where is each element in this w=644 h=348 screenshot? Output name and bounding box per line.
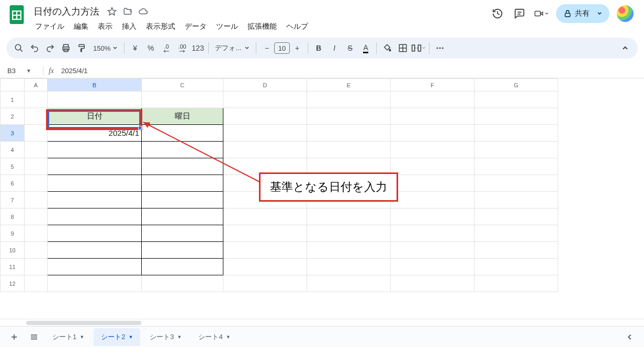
menu-file[interactable]: ファイル — [31, 20, 68, 33]
meet-icon[interactable] — [534, 6, 549, 21]
cell-G3[interactable] — [474, 125, 558, 142]
cell-D11[interactable] — [223, 259, 307, 275]
font-size-input[interactable]: 10 — [274, 42, 290, 54]
comment-icon[interactable] — [512, 6, 527, 21]
decrease-font-icon[interactable]: − — [259, 41, 274, 55]
cell-B12[interactable] — [48, 275, 142, 292]
row-header-12[interactable]: 12 — [1, 275, 25, 292]
cell-A7[interactable] — [25, 192, 48, 208]
cell-F12[interactable] — [391, 275, 474, 292]
formula-input[interactable]: 2025/4/1 — [59, 67, 644, 75]
col-header-C[interactable]: C — [142, 79, 223, 91]
star-icon[interactable] — [107, 6, 117, 17]
col-header-G[interactable]: G — [474, 79, 558, 91]
cell-D8[interactable] — [223, 208, 307, 225]
menu-view[interactable]: 表示 — [94, 20, 116, 33]
font-select[interactable]: デフォ... — [212, 43, 253, 53]
col-header-F[interactable]: F — [391, 79, 474, 91]
percent-button[interactable]: % — [143, 41, 158, 55]
row-header-3[interactable]: 3 — [1, 125, 25, 142]
sheet-tab-4[interactable]: シート4▼ — [191, 328, 238, 346]
cell-G6[interactable] — [474, 175, 558, 192]
cell-E12[interactable] — [307, 275, 391, 292]
row-header-10[interactable]: 10 — [1, 242, 25, 259]
redo-icon[interactable] — [43, 41, 58, 55]
menu-format[interactable]: 表示形式 — [142, 20, 179, 33]
cell-E8[interactable] — [307, 208, 391, 225]
cell-F8[interactable] — [391, 208, 474, 225]
increase-font-icon[interactable]: + — [290, 41, 304, 55]
cell-F6[interactable] — [391, 175, 474, 192]
strike-button[interactable]: S — [343, 41, 357, 55]
row-header-6[interactable]: 6 — [1, 175, 25, 192]
document-title[interactable]: 日付の入力方法 — [31, 4, 101, 19]
chevron-down-icon[interactable]: ▼ — [177, 334, 182, 340]
cell-C1[interactable] — [142, 91, 223, 108]
history-icon[interactable] — [490, 6, 505, 21]
cell-D2[interactable] — [223, 108, 307, 125]
cell-D9[interactable] — [223, 225, 307, 242]
cell-G7[interactable] — [474, 192, 558, 208]
row-header-2[interactable]: 2 — [1, 108, 25, 125]
print-icon[interactable] — [59, 41, 73, 55]
cell-C10[interactable] — [142, 242, 223, 259]
add-sheet-button[interactable] — [5, 329, 23, 345]
cell-B10[interactable] — [48, 242, 142, 259]
cell-F10[interactable] — [391, 242, 474, 259]
row-header-9[interactable]: 9 — [1, 225, 25, 242]
menu-extensions[interactable]: 拡張機能 — [244, 20, 280, 33]
cell-A10[interactable] — [25, 242, 48, 259]
col-header-B[interactable]: B — [48, 79, 142, 91]
cell-A4[interactable] — [25, 142, 48, 158]
bold-button[interactable]: B — [311, 41, 326, 55]
horizontal-scrollbar[interactable] — [0, 319, 644, 326]
row-header-7[interactable]: 7 — [1, 192, 25, 208]
cell-A12[interactable] — [25, 275, 48, 292]
sheet-tab-2[interactable]: シート2▼ — [94, 328, 140, 346]
cloud-icon[interactable] — [138, 6, 149, 17]
cell-G9[interactable] — [474, 225, 558, 242]
fill-handle[interactable] — [138, 126, 142, 130]
cell-C4[interactable] — [142, 142, 223, 158]
cell-G10[interactable] — [474, 242, 558, 259]
cell-B1[interactable] — [48, 91, 142, 108]
sheet-tab-1[interactable]: シート1▼ — [45, 328, 92, 346]
cell-E3[interactable] — [307, 125, 391, 142]
search-icon[interactable] — [12, 41, 26, 55]
row-header-1[interactable]: 1 — [1, 91, 25, 108]
cell-G5[interactable] — [474, 158, 558, 175]
cell-C6[interactable] — [142, 175, 223, 192]
cell-C7[interactable] — [142, 192, 223, 208]
sheet-tab-3[interactable]: シート3▼ — [142, 328, 189, 346]
text-color-button[interactable]: A — [358, 41, 373, 55]
borders-button[interactable] — [396, 41, 410, 55]
cell-B8[interactable] — [48, 208, 142, 225]
cell-B4[interactable] — [48, 142, 142, 158]
cell-A1[interactable] — [25, 91, 48, 108]
cell-F2[interactable] — [391, 108, 474, 125]
col-header-D[interactable]: D — [223, 79, 307, 91]
more-formats-button[interactable]: 123 — [190, 41, 205, 55]
decrease-decimal-button[interactable]: .0 — [159, 41, 174, 55]
cell-C8[interactable] — [142, 208, 223, 225]
spreadsheet-grid[interactable]: A B C D E F G 12日付曜日32025/4/145678910111… — [0, 78, 644, 319]
chevron-down-icon[interactable]: ▼ — [80, 334, 84, 340]
collapse-toolbar-icon[interactable] — [618, 41, 632, 55]
cell-D3[interactable] — [223, 125, 307, 142]
cell-C2[interactable]: 曜日 — [142, 108, 223, 125]
cell-C3[interactable] — [142, 125, 223, 142]
cell-D1[interactable] — [223, 91, 307, 108]
all-sheets-button[interactable] — [25, 329, 43, 345]
cell-E9[interactable] — [307, 225, 391, 242]
cell-A9[interactable] — [25, 225, 48, 242]
chevron-down-icon[interactable]: ▼ — [226, 334, 231, 340]
cell-A5[interactable] — [25, 158, 48, 175]
cell-C12[interactable] — [142, 275, 223, 292]
row-header-8[interactable]: 8 — [1, 208, 25, 225]
cell-B11[interactable] — [48, 259, 142, 275]
cell-C11[interactable] — [142, 259, 223, 275]
zoom-select[interactable]: 150% — [90, 44, 121, 52]
cell-D12[interactable] — [223, 275, 307, 292]
paint-format-icon[interactable] — [74, 41, 89, 55]
undo-icon[interactable] — [27, 41, 42, 55]
